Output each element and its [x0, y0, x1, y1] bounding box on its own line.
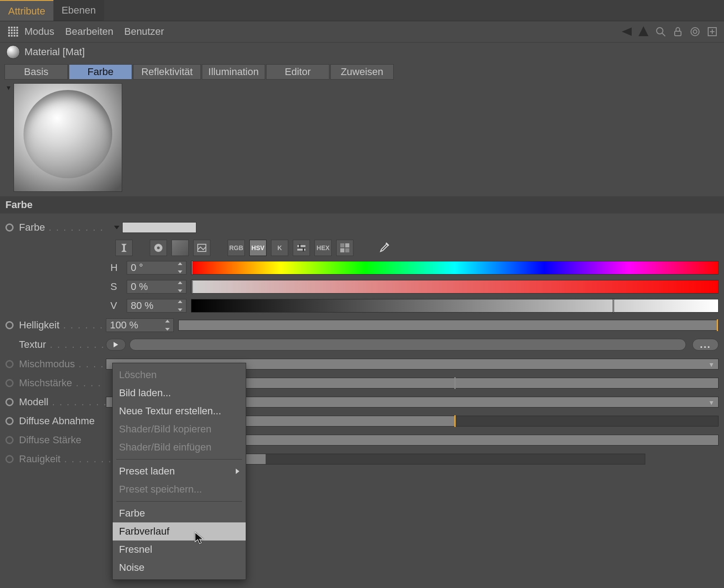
svg-marker-41 — [195, 532, 203, 544]
svg-marker-17 — [638, 26, 648, 36]
picker-mixer-icon[interactable] — [293, 240, 310, 256]
color-swatch[interactable] — [122, 222, 196, 233]
label-mischmodus: Mischmodus — [19, 358, 106, 370]
svg-rect-33 — [297, 249, 305, 251]
row-val: V 80 % — [5, 297, 719, 315]
svg-marker-16 — [622, 27, 632, 36]
label-farbe: Farbe — [19, 222, 114, 233]
label-diffuse-abnahme: Diffuse Abnahme — [19, 415, 114, 427]
menu-item-shader-kopieren[interactable]: Shader/Bild kopieren — [113, 420, 246, 438]
label-s: S — [5, 281, 127, 293]
keyframe-dot[interactable] — [5, 223, 14, 232]
label-h: H — [5, 262, 127, 274]
svg-rect-3 — [16, 27, 18, 28]
picker-spectrum-icon[interactable] — [171, 240, 189, 256]
svg-point-21 — [691, 28, 699, 36]
texture-browse-button[interactable]: ... — [692, 339, 719, 351]
slider-rauigkeit[interactable] — [193, 454, 645, 465]
subtab-basis[interactable]: Basis — [5, 64, 68, 80]
material-preview[interactable] — [14, 83, 122, 192]
keyframe-dot — [5, 436, 14, 444]
picker-wheel-icon[interactable] — [150, 240, 167, 256]
svg-marker-27 — [121, 244, 127, 247]
input-hue[interactable]: 0 ° — [127, 261, 186, 275]
grid-icon[interactable] — [6, 25, 20, 38]
menu-item-preset-laden[interactable]: Preset laden — [113, 462, 246, 480]
slider-mischstaerke[interactable] — [193, 378, 719, 389]
properties: Farbe RGB HSV K HEX H 0 ° S 0 % V — [0, 213, 724, 469]
farbe-expand-icon[interactable] — [114, 226, 119, 229]
svg-rect-38 — [340, 248, 344, 252]
slider-diffuse-staerke[interactable] — [193, 435, 719, 446]
new-panel-icon[interactable] — [707, 26, 718, 37]
svg-point-22 — [693, 30, 697, 33]
menu-item-neue-textur[interactable]: Neue Textur erstellen... — [113, 402, 246, 420]
subtab-farbe[interactable]: Farbe — [69, 64, 132, 80]
texture-menu-button[interactable] — [106, 339, 126, 351]
slider-sat[interactable] — [191, 280, 719, 294]
input-sat[interactable]: 0 % — [127, 280, 186, 294]
picker-vertical-icon[interactable] — [115, 240, 133, 256]
slider-diffuse-abnahme[interactable] — [193, 416, 719, 427]
material-thumb-icon — [6, 45, 20, 59]
panel-tabstrip: Attribute Ebenen — [0, 0, 724, 21]
texture-field[interactable] — [129, 339, 686, 351]
label-diffuse-staerke: Diffuse Stärke — [19, 434, 114, 446]
slider-helligkeit[interactable] — [178, 320, 719, 331]
menu-item-shader-einfuegen[interactable]: Shader/Bild einfügen — [113, 438, 246, 456]
menu-item-farbverlauf[interactable]: Farbverlauf — [113, 522, 246, 541]
input-val[interactable]: 80 % — [127, 299, 186, 313]
menu-item-preset-speichern[interactable]: Preset speichern... — [113, 480, 246, 498]
preview-collapse-icon[interactable]: ▼ — [5, 84, 12, 91]
tab-layers[interactable]: Ebenen — [53, 0, 104, 21]
menu-separator — [116, 459, 242, 460]
slider-val[interactable] — [191, 299, 719, 313]
menu-separator — [116, 501, 242, 502]
svg-rect-2 — [14, 27, 15, 28]
hsv-sliders: H 0 ° S 0 % V 80 % — [5, 259, 719, 315]
menu-item-noise[interactable]: Noise — [113, 559, 246, 577]
picker-mode-hex[interactable]: HEX — [314, 240, 332, 256]
svg-rect-15 — [16, 35, 18, 37]
lock-icon[interactable] — [672, 26, 683, 37]
eyedropper-icon[interactable] — [375, 240, 392, 256]
menu-item-farbe[interactable]: Farbe — [113, 504, 246, 522]
label-mischstaerke: Mischstärke — [19, 377, 106, 389]
menu-item-bild-laden[interactable]: Bild laden... — [113, 384, 246, 402]
svg-rect-34 — [299, 244, 300, 248]
picker-image-icon[interactable] — [193, 240, 210, 256]
row-hue: H 0 ° — [5, 259, 719, 277]
svg-rect-39 — [345, 248, 349, 252]
keyframe-dot[interactable] — [5, 398, 14, 406]
mouse-cursor-icon — [195, 532, 204, 545]
subtab-illumination[interactable]: Illumination — [202, 64, 265, 80]
menu-item-loeschen[interactable]: Löschen — [113, 366, 246, 384]
menu-bearbeiten[interactable]: Bearbeiten — [65, 26, 113, 38]
subtab-reflektivitaet[interactable]: Reflektivität — [133, 64, 201, 80]
svg-rect-32 — [297, 245, 305, 247]
target-icon[interactable] — [690, 26, 700, 37]
menu-benutzer[interactable]: Benutzer — [124, 26, 164, 38]
color-picker-tools: RGB HSV K HEX — [115, 237, 719, 259]
search-icon[interactable] — [655, 26, 666, 37]
picker-mode-hsv[interactable]: HSV — [249, 240, 267, 256]
subtab-zuweisen[interactable]: Zuweisen — [330, 64, 394, 80]
picker-mode-rgb[interactable]: RGB — [228, 240, 245, 256]
nav-back-icon[interactable] — [621, 26, 632, 37]
row-sat: S 0 % — [5, 278, 719, 296]
tab-attribute[interactable]: Attribute — [0, 0, 53, 21]
keyframe-dot[interactable] — [5, 417, 14, 425]
keyframe-dot[interactable] — [5, 321, 14, 329]
input-helligkeit[interactable]: 100 % — [106, 318, 174, 332]
svg-rect-4 — [8, 29, 10, 31]
menu-modus[interactable]: Modus — [24, 26, 54, 38]
subtab-editor[interactable]: Editor — [266, 64, 329, 80]
slider-hue[interactable] — [191, 261, 719, 275]
preview-row: ▼ — [0, 83, 724, 196]
toolbar: Modus Bearbeiten Benutzer — [0, 21, 724, 43]
nav-up-icon[interactable] — [638, 26, 649, 37]
svg-rect-9 — [11, 32, 13, 34]
picker-mode-k[interactable]: K — [271, 240, 288, 256]
menu-item-fresnel[interactable]: Fresnel — [113, 541, 246, 559]
picker-swatches-icon[interactable] — [336, 240, 353, 256]
